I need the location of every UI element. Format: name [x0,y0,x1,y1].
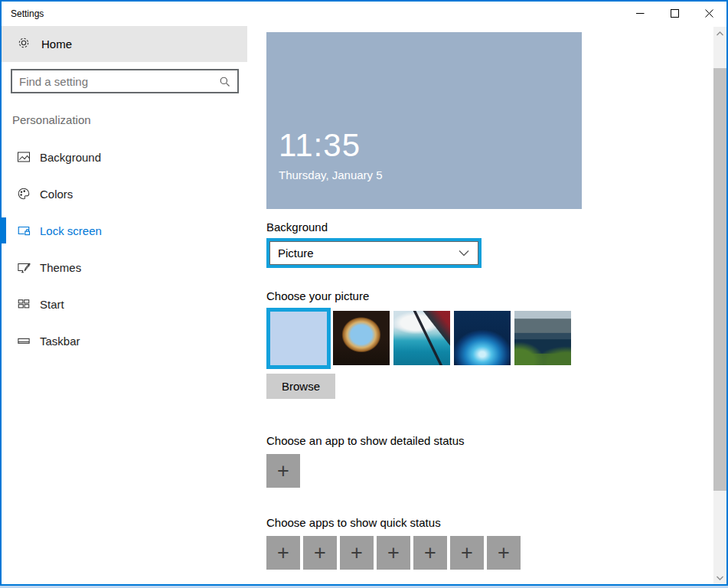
sidebar-item-home[interactable]: Home [2,26,247,62]
scrollbar [713,27,726,584]
maximize-icon [671,8,679,20]
palette-icon [17,187,31,201]
plus-icon: + [277,461,289,482]
background-dropdown[interactable]: Picture [266,238,482,268]
search-input[interactable] [12,75,212,88]
add-app-tile[interactable]: + [340,536,374,570]
picture-thumbnail-ice-cave[interactable] [454,311,511,365]
scrollbar-up-arrow[interactable] [713,27,726,40]
add-app-tile[interactable]: + [450,536,484,570]
sidebar-item-themes[interactable]: Themes [2,249,247,286]
background-label: Background [266,220,704,234]
sidebar-item-colors[interactable]: Colors [2,175,247,212]
maximize-button[interactable] [658,2,692,26]
lock-screen-icon [17,224,31,237]
choose-picture-label: Choose your picture [266,289,704,302]
scrollbar-down-arrow[interactable] [713,571,726,584]
plus-icon: + [498,543,510,564]
sidebar-item-label: Start [40,298,64,311]
lock-screen-preview: 11:35 Thursday, January 5 [266,32,582,209]
window-controls [623,2,726,26]
taskbar-icon [17,334,31,348]
sidebar-item-background[interactable]: Background [2,139,247,175]
close-icon [705,8,713,20]
sidebar-item-taskbar[interactable]: Taskbar [2,322,247,359]
plus-icon: + [424,543,436,564]
section-label-personalization: Personalization [12,113,247,126]
preview-clock: 11:35 Thursday, January 5 [279,129,383,181]
sidebar-item-label: Lock screen [40,224,102,237]
detailed-status-label: Choose an app to show detailed status [266,434,704,447]
app-body: Home Personalization [2,26,726,584]
chevron-down-icon [459,250,478,256]
search-icon [212,76,237,87]
search-box [11,69,239,93]
sidebar: Home Personalization [2,26,247,584]
browse-button[interactable]: Browse [266,374,335,399]
minimize-button[interactable] [623,2,658,26]
sidebar-item-label: Taskbar [40,335,80,348]
picture-thumbnail-beach-arch[interactable] [333,311,390,365]
plus-icon: + [461,543,473,564]
plus-icon: + [314,543,326,564]
start-tiles-icon [17,297,31,311]
quick-status-tiles: + + + + + + + [266,536,704,570]
picture-thumbnail-mountain-lake[interactable] [514,311,571,365]
lock-screen-settings-page: 11:35 Thursday, January 5 Background Pic… [247,26,726,584]
gear-icon [17,36,31,53]
sidebar-item-label: Colors [40,188,73,201]
picture-thumbnails [266,308,704,369]
sidebar-item-label: Home [41,38,72,51]
plus-icon: + [387,543,400,564]
sidebar-item-start[interactable]: Start [2,286,247,322]
preview-time: 11:35 [279,129,383,162]
quick-status-label: Choose apps to show quick status [266,516,704,529]
titlebar: Settings [2,2,726,26]
preview-date: Thursday, January 5 [279,168,383,181]
sidebar-nav: Background Colors [2,139,247,359]
add-app-tile[interactable]: + [303,536,337,570]
add-app-tile[interactable]: + [487,536,521,570]
themes-icon [17,260,31,274]
add-app-tile[interactable]: + [377,536,410,570]
plus-icon: + [277,543,289,564]
background-image-icon [17,150,31,164]
dropdown-selected-value: Picture [269,247,459,260]
picture-thumbnail-selected[interactable] [266,308,331,369]
add-app-tile[interactable]: + [266,454,300,488]
close-button[interactable] [692,2,726,26]
minimize-icon [636,8,645,20]
add-app-tile[interactable]: + [266,536,300,570]
sidebar-item-label: Themes [40,261,81,274]
add-app-tile[interactable]: + [413,536,447,570]
scrollbar-thumb[interactable] [713,68,726,491]
picture-thumbnail-wing-over-ocean[interactable] [393,311,450,365]
detailed-status-tiles: + [266,454,704,488]
plus-icon: + [351,543,363,564]
settings-window: Settings [0,0,728,586]
window-title: Settings [2,8,623,19]
sidebar-item-lock-screen[interactable]: Lock screen [2,212,247,249]
sidebar-item-label: Background [40,151,101,164]
